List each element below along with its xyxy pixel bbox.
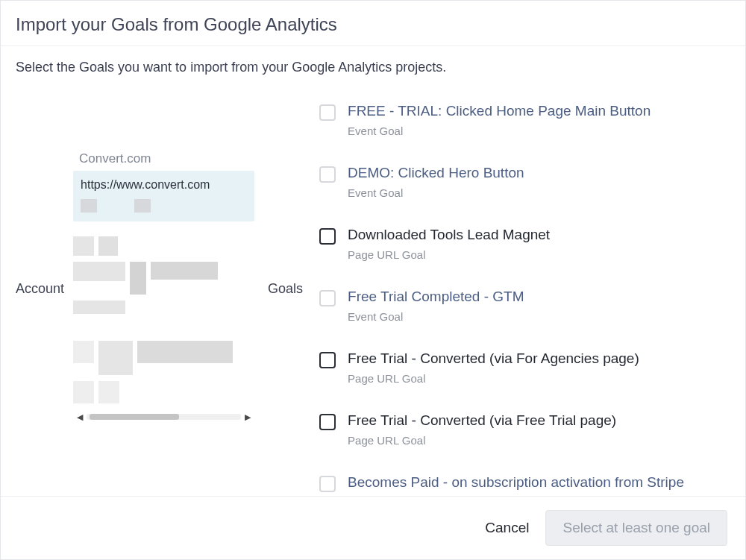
modal-body: Select the Goals you want to import from… <box>1 46 745 496</box>
goals-label: Goals <box>268 281 303 297</box>
goal-item[interactable]: Free Trial Completed - GTMEvent Goal <box>316 274 720 336</box>
goal-checkbox[interactable] <box>319 352 336 368</box>
import-goals-modal: Import your Goals from Google Analytics … <box>0 0 746 560</box>
account-selected-item[interactable]: https://www.convert.com <box>73 171 254 221</box>
account-horizontal-scrollbar[interactable]: ◀ ▶ <box>73 412 254 426</box>
redacted-row <box>81 199 247 213</box>
import-button-disabled: Select at least one goal <box>545 510 727 546</box>
goal-type: Page URL Goal <box>348 372 717 385</box>
goal-item[interactable]: Free Trial - Converted (via Free Trial p… <box>316 398 720 460</box>
goal-type: Page URL Goal <box>348 248 717 261</box>
goal-title: Free Trial - Converted (via Free Trial p… <box>348 412 717 430</box>
goal-title: Free Trial Completed - GTM <box>348 288 717 306</box>
account-label: Account <box>16 281 64 297</box>
goal-title: Free Trial - Converted (via For Agencies… <box>348 350 717 368</box>
goals-column: FREE - TRIAL: Clicked Home Page Main But… <box>316 81 730 496</box>
goal-checkbox[interactable] <box>319 166 336 183</box>
scroll-right-arrow-icon[interactable]: ▶ <box>244 412 251 421</box>
goal-item[interactable]: Free Trial - Converted (via For Agencies… <box>316 336 720 398</box>
cancel-button[interactable]: Cancel <box>485 520 529 536</box>
goal-title: FREE - TRIAL: Clicked Home Page Main But… <box>348 102 717 120</box>
goal-type: Event Goal <box>348 125 717 137</box>
goal-item[interactable]: FREE - TRIAL: Clicked Home Page Main But… <box>316 89 720 151</box>
goal-checkbox[interactable] <box>319 104 336 121</box>
goal-checkbox[interactable] <box>319 476 336 492</box>
goal-title: DEMO: Clicked Hero Button <box>348 164 717 182</box>
goals-list[interactable]: FREE - TRIAL: Clicked Home Page Main But… <box>316 81 730 496</box>
goal-type: Event Goal <box>348 310 717 323</box>
goal-checkbox[interactable] <box>319 414 336 430</box>
scroll-left-arrow-icon[interactable]: ◀ <box>76 412 84 421</box>
account-column: Account Convert.com https://www.convert.… <box>16 81 254 496</box>
content-row: Account Convert.com https://www.convert.… <box>16 81 730 496</box>
goal-checkbox[interactable] <box>319 290 336 306</box>
goal-title: Becomes Paid - on subscription activatio… <box>348 474 717 491</box>
goal-item[interactable]: DEMO: Clicked Hero ButtonEvent Goal <box>316 151 720 213</box>
goal-checkbox[interactable] <box>319 228 336 245</box>
goal-item[interactable]: Becomes Paid - on subscription activatio… <box>316 460 720 496</box>
goal-type: Page URL Goal <box>348 434 717 447</box>
modal-title: Import your Goals from Google Analytics <box>16 14 730 35</box>
scroll-thumb[interactable] <box>90 414 179 420</box>
goal-type: Event Goal <box>348 186 717 199</box>
account-property-name: Convert.com <box>73 151 254 171</box>
modal-subtitle: Select the Goals you want to import from… <box>16 60 730 75</box>
redacted-account-list <box>73 236 254 403</box>
modal-footer: Cancel Select at least one goal <box>1 496 745 559</box>
account-selected-url: https://www.convert.com <box>81 178 247 199</box>
account-selector[interactable]: Convert.com https://www.convert.com <box>73 151 254 426</box>
goal-title: Downloaded Tools Lead Magnet <box>348 226 717 244</box>
modal-header: Import your Goals from Google Analytics <box>1 1 745 46</box>
goal-item[interactable]: Downloaded Tools Lead MagnetPage URL Goa… <box>316 213 720 274</box>
